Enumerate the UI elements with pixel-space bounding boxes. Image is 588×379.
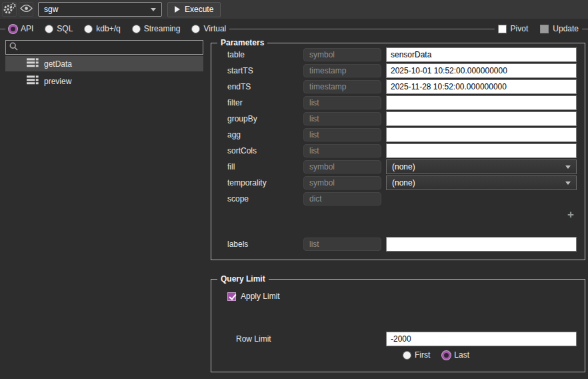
param-input-groupby[interactable] (386, 111, 577, 126)
radio-icon (442, 351, 451, 360)
param-type-badge: list (303, 96, 381, 109)
search-icon (9, 42, 18, 53)
query-type-row: API SQL kdb+/q Streaming Virtual Pivot U… (0, 22, 588, 35)
chevron-down-icon (151, 8, 156, 11)
param-row-temporality: temporality symbol (none) (227, 175, 577, 190)
limit-order-options: First Last (403, 350, 577, 360)
param-label: sortCols (227, 146, 303, 155)
gears-icon (3, 2, 16, 17)
param-type-badge: list (303, 144, 381, 157)
scope-add-row: + (211, 208, 585, 222)
limit-order-last[interactable]: Last (442, 350, 469, 360)
tree-item-label: getData (44, 59, 72, 69)
param-label: startTS (227, 66, 303, 75)
tree-item-preview[interactable]: preview (5, 73, 203, 89)
param-row-labels: labels list (227, 237, 577, 252)
param-label: agg (227, 130, 303, 139)
update-checkbox[interactable]: Update (537, 24, 582, 33)
row-limit-label: Row Limit (227, 334, 386, 344)
query-type-streaming[interactable]: Streaming (132, 24, 181, 33)
execute-button[interactable]: Execute (167, 2, 221, 17)
toolbar: sgw Execute (0, 0, 588, 19)
checkbox-icon (227, 292, 236, 301)
param-input-labels[interactable] (386, 237, 577, 252)
parameters-group: Parameters table symbol startTS timestam… (211, 38, 585, 260)
apply-limit-checkbox[interactable]: Apply Limit (227, 292, 585, 301)
param-row-agg: agg list (227, 127, 577, 142)
apply-limit-label: Apply Limit (241, 292, 280, 301)
param-label: temporality (227, 178, 303, 187)
param-label: labels (227, 240, 303, 249)
radio-label: Virtual (203, 24, 226, 33)
param-label: scope (227, 194, 303, 204)
query-limit-legend: Query Limit (217, 274, 269, 284)
radio-label: First (415, 350, 430, 360)
preview-visibility-button[interactable] (19, 2, 33, 17)
api-sidebar: getData preview (5, 40, 203, 91)
chevron-down-icon (565, 165, 571, 169)
param-select-temporality[interactable]: (none) (386, 175, 577, 190)
param-input-endts[interactable] (386, 79, 577, 94)
radio-icon (132, 25, 141, 33)
search-box[interactable] (5, 40, 203, 55)
api-tree: getData preview (5, 56, 203, 89)
limit-order-first[interactable]: First (403, 350, 430, 360)
radio-label: Last (454, 350, 469, 360)
param-input-filter[interactable] (386, 95, 577, 110)
param-type-badge: timestamp (303, 80, 381, 93)
table-icon (27, 58, 39, 69)
radio-icon (45, 25, 53, 33)
param-type-badge: symbol (303, 160, 381, 173)
radio-icon (84, 25, 93, 33)
checkbox-icon (540, 25, 549, 33)
param-input-startts[interactable] (386, 63, 577, 78)
play-icon (175, 6, 180, 13)
param-label: table (227, 50, 303, 59)
row-limit-row: Row Limit (227, 332, 577, 346)
param-input-agg[interactable] (386, 127, 577, 142)
param-row-scope: scope dict (227, 192, 577, 206)
tree-item-getdata[interactable]: getData (5, 56, 203, 71)
add-scope-entry-button[interactable]: + (567, 210, 574, 220)
eye-icon (20, 4, 33, 15)
execute-button-label: Execute (185, 5, 213, 14)
param-label: groupBy (227, 114, 303, 123)
param-type-badge: list (303, 112, 381, 125)
table-icon (27, 75, 39, 87)
divider (0, 29, 5, 29)
pivot-checkbox[interactable]: Pivot (495, 24, 532, 33)
radio-icon (9, 25, 17, 33)
param-type-badge: list (303, 238, 381, 251)
parameters-legend: Parameters (217, 38, 267, 47)
radio-label: API (21, 24, 33, 33)
param-input-table[interactable] (386, 47, 577, 62)
query-type-options: API SQL kdb+/q Streaming Virtual (5, 24, 229, 33)
query-limit-group: Query Limit Apply Limit Row Limit First … (211, 274, 585, 372)
select-value: (none) (392, 162, 415, 171)
row-limit-input[interactable] (386, 332, 577, 346)
param-label: filter (227, 98, 303, 107)
pivot-label: Pivot (511, 24, 529, 33)
param-select-fill[interactable]: (none) (386, 159, 577, 174)
param-row-filter: filter list (227, 95, 577, 110)
connection-select-value: sgw (44, 5, 58, 14)
connection-select[interactable]: sgw (38, 2, 162, 17)
chevron-down-icon (565, 181, 571, 185)
search-input[interactable] (21, 43, 199, 52)
select-value: (none) (392, 178, 415, 187)
update-label: Update (553, 24, 579, 33)
param-input-sortcols[interactable] (386, 143, 577, 158)
query-type-sql[interactable]: SQL (45, 24, 73, 33)
radio-label: Streaming (144, 24, 181, 33)
param-type-badge: symbol (303, 176, 381, 190)
query-type-kdbq[interactable]: kdb+/q (84, 24, 120, 33)
param-row-endts: endTS timestamp (227, 79, 577, 94)
query-type-api[interactable]: API (9, 24, 33, 33)
param-type-badge: symbol (303, 48, 381, 61)
query-type-virtual[interactable]: Virtual (191, 24, 226, 33)
radio-label: kdb+/q (96, 24, 120, 33)
divider (229, 29, 494, 29)
param-type-badge: list (303, 128, 381, 141)
settings-button[interactable] (2, 2, 17, 17)
param-row-fill: fill symbol (none) (227, 159, 577, 174)
